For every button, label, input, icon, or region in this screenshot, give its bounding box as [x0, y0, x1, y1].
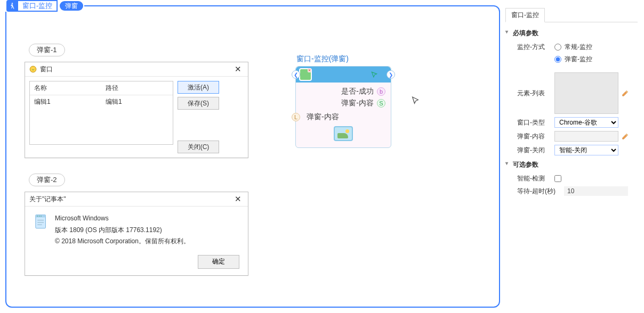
radio-popup-monitor[interactable]: 弹窗-监控 — [554, 55, 592, 64]
cursor-icon — [371, 71, 378, 78]
save-button[interactable]: 保存(S) — [178, 97, 219, 110]
edit-icon[interactable] — [622, 133, 629, 140]
activate-button[interactable]: 激活(A) — [178, 81, 219, 94]
label-popup-content: 弹窗-内容 — [517, 132, 551, 141]
dialog-1-titlebar[interactable]: 窗口 ✕ — [25, 62, 248, 77]
chevron-left-icon[interactable]: ❮ — [292, 70, 300, 79]
close-icon[interactable]: ✕ — [232, 194, 244, 204]
col-name: 名称 — [30, 81, 101, 95]
about-line-2: 版本 1809 (OS 内部版本 17763.1192) — [55, 225, 190, 236]
col-path: 路径 — [101, 81, 173, 95]
panel-tabs: 窗口-监控 — [505, 7, 638, 22]
window-type-select[interactable]: Chrome-谷歌 — [554, 117, 618, 128]
chip-popup-1: 弹窗-1 — [29, 44, 65, 56]
dialog-window-1: 窗口 ✕ 名称 路径 编辑1 编辑1 激活(A) 保存(S) 关闭(C) — [25, 62, 248, 158]
node-in-content: 弹窗-内容 — [307, 112, 339, 122]
section-optional[interactable]: 可选参数 — [505, 157, 638, 172]
dialog-window-2: 关于"记事本" ✕ Microsoft Windows 版本 1809 (OS … — [25, 192, 248, 276]
canvas-badge: 弹窗 — [60, 1, 83, 11]
node-header[interactable]: ❮ ❯ — [296, 67, 391, 83]
label-element-list: 元素-列表 — [517, 89, 551, 98]
smart-detect-checkbox[interactable] — [554, 175, 561, 182]
workflow-canvas[interactable]: 窗口-监控 弹窗 弹窗-1 窗口 ✕ 名称 路径 编辑1 编辑1 — [5, 5, 500, 308]
dialog-2-titlebar[interactable]: 关于"记事本" ✕ — [25, 192, 248, 207]
label-monitor-mode: 监控-方式 — [517, 43, 551, 52]
notepad-icon — [34, 213, 49, 231]
cursor-icon — [410, 96, 420, 105]
node-title: 窗口-监控(弹窗) — [296, 54, 349, 64]
workflow-node[interactable]: ❮ ❯ 是否-成功b 弹窗-内容S L弹窗-内容 — [295, 66, 391, 148]
port-l-icon[interactable]: L — [292, 113, 300, 121]
svg-point-5 — [39, 216, 40, 217]
chevron-right-icon[interactable]: ❯ — [387, 70, 395, 79]
about-line-3: © 2018 Microsoft Corporation。保留所有权利。 — [55, 236, 190, 248]
edit-icon[interactable] — [622, 89, 629, 97]
label-popup-close: 弹窗-关闭 — [517, 146, 551, 155]
svg-point-4 — [37, 216, 38, 217]
about-line-1: Microsoft Windows — [55, 213, 190, 225]
label-timeout: 等待-超时(秒) — [517, 187, 561, 196]
canvas-title: 窗口-监控 — [18, 0, 58, 12]
canvas-header: 窗口-监控 弹窗 — [5, 0, 84, 12]
svg-point-0 — [12, 3, 13, 4]
radio-normal-monitor[interactable]: 常规-监控 — [554, 43, 592, 52]
port-s-icon[interactable]: S — [377, 99, 385, 108]
section-required[interactable]: 必填参数 — [505, 26, 638, 41]
svg-point-1 — [30, 66, 36, 72]
label-window-type: 窗口-类型 — [517, 118, 551, 127]
list-box[interactable]: 名称 路径 编辑1 编辑1 — [29, 81, 173, 145]
image-placeholder-icon — [334, 126, 353, 141]
close-button[interactable]: 关闭(C) — [178, 141, 219, 153]
close-icon[interactable]: ✕ — [232, 64, 244, 74]
port-b-icon[interactable]: b — [377, 87, 385, 96]
node-out-content: 弹窗-内容 — [341, 98, 374, 108]
property-panel: 窗口-监控 必填参数 监控-方式 常规-监控 弹窗-监控 元素-列表 窗口-类型… — [505, 7, 638, 197]
svg-point-6 — [41, 216, 42, 217]
element-list-box[interactable] — [554, 72, 618, 114]
table-row[interactable]: 编辑1 编辑1 — [30, 95, 173, 109]
dialog-1-title: 窗口 — [40, 65, 53, 74]
ok-button[interactable]: 确定 — [198, 255, 239, 269]
dialog-2-title: 关于"记事本" — [29, 195, 66, 204]
popup-content-input[interactable] — [554, 131, 618, 142]
walk-icon — [6, 0, 18, 12]
target-icon — [299, 68, 312, 81]
popup-close-select[interactable]: 智能-关闭 — [554, 145, 618, 155]
timeout-value[interactable]: 10 — [564, 186, 628, 196]
app-icon — [29, 65, 37, 73]
tab-window-monitor[interactable]: 窗口-监控 — [505, 8, 545, 22]
label-smart-detect: 智能-检测 — [517, 174, 551, 183]
node-out-success: 是否-成功 — [341, 87, 374, 96]
chip-popup-2: 弹窗-2 — [29, 174, 65, 186]
